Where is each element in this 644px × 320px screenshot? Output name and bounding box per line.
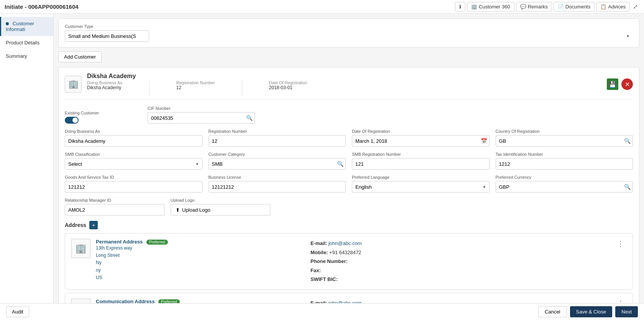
country-search-icon[interactable]: 🔍 [624,138,631,144]
cif-number-input[interactable] [148,112,255,124]
existing-customer-label: Existing Customer [65,111,141,115]
communication-email-line: E-mail: john@abc.com [310,299,610,303]
advices-icon: 📋 [600,4,606,10]
doing-business-as-input[interactable] [65,135,202,147]
permanent-mobile-line: Mobile: +91 64328472 [310,248,610,257]
tax-identification-input[interactable] [496,158,633,170]
customer-category-label: Customer Category [209,152,346,157]
address-title: Address [65,222,86,228]
permanent-address-preferred-badge: Preferred [146,240,168,245]
preferred-language-select-wrapper: English French Spanish ▼ [352,181,490,193]
date-input-wrapper: 📅 [352,135,490,147]
country-of-registration-input[interactable] [496,135,633,147]
info-button[interactable]: ℹ [455,2,465,11]
add-address-button[interactable]: + [89,221,98,229]
customer-type-section: Customer Type Small and Medium Business(… [58,18,639,47]
customer-category-input[interactable] [209,158,346,170]
smb-classification-group: SMB Classification Select Micro Small Me… [65,152,202,170]
registration-number-meta: Registration Number 12 [176,80,215,96]
communication-address-left: Communication Address Preferred 13th Exp… [96,299,295,303]
preferred-currency-group: Preferred Currency 🔍 [496,175,633,193]
add-customer-button[interactable]: Add Customer [58,51,102,62]
content-area: Customer Type Small and Medium Business(… [54,14,644,303]
goods-service-tax-label: Goods And Service Tax ID [65,175,202,180]
address-section: Address + 🏢 Permanent Address Preferred … [65,221,633,303]
address-header: Address + [65,221,633,229]
permanent-address-menu[interactable]: ⋮ [615,239,626,249]
country-of-registration-label: Country Of Registration [496,129,633,134]
customer-info-left: 🏢 Diksha Academy Doing Business As Diksh… [65,73,307,96]
audit-button[interactable]: Audit [6,306,29,317]
communication-address-card: 🏢 Communication Address Preferred 13th E… [65,293,633,303]
customer-type-select[interactable]: Small and Medium Business(S [65,30,149,42]
info-icon: ℹ [459,4,461,10]
smb-classification-select-wrapper: Select Micro Small Medium ▼ [65,158,202,170]
customer-type-label: Customer Type [65,24,633,29]
existing-customer-toggle[interactable] [65,117,79,124]
registration-number-group: Registration Number [209,129,346,147]
smb-classification-label: SMB Classification [65,152,202,157]
tax-identification-group: Tax Identification Number [496,152,633,170]
expand-button[interactable]: ⤢ [631,2,639,12]
smb-classification-select[interactable]: Select Micro Small Medium [65,158,202,170]
upload-logo-group: Upload Logo ⬆ Upload Logo [171,198,270,216]
upload-icon: ⬆ [176,207,180,213]
page-title: Initiate - 006APP000061604 [5,3,79,10]
doing-business-as-group: Doing Business As [65,129,202,147]
cancel-button[interactable]: Cancel [538,306,567,317]
advices-button[interactable]: 📋 Advices [596,2,630,11]
preferred-currency-input-wrapper: 🔍 [496,181,633,193]
form-row-1: Existing Customer CIF Number 🔍 [65,106,633,124]
preferred-currency-input[interactable] [496,181,633,193]
relationship-manager-input[interactable] [65,204,164,216]
permanent-address-left: Permanent Address Preferred 13th Express… [96,239,295,284]
top-header: Initiate - 006APP000061604 ℹ 🏢 Customer … [0,0,644,14]
main-layout: Customer Informati Product Details Summa… [0,14,644,303]
sidebar: Customer Informati Product Details Summa… [0,14,54,303]
customer-meta-row: Doing Business As Diksha Academy Registr… [87,80,307,96]
customer-category-search-icon[interactable]: 🔍 [337,161,343,167]
business-license-input[interactable] [209,181,346,193]
permanent-email: john@abc.com [329,240,362,246]
permanent-swift-line: SWIFT BIC: [310,275,610,284]
communication-address-preferred-badge: Preferred [158,299,180,303]
meta-divider [149,80,150,96]
remarks-button[interactable]: 💬 Remarks [516,2,552,11]
remarks-icon: 💬 [520,4,526,10]
upload-logo-button[interactable]: ⬆ Upload Logo [171,204,270,216]
smb-registration-number-input[interactable] [352,158,490,170]
existing-customer-group: Existing Customer [65,111,141,124]
registration-number-input[interactable] [209,135,346,147]
customer360-button[interactable]: 🏢 Customer 360 [467,2,514,11]
next-button[interactable]: Next [615,306,638,317]
cif-search-icon[interactable]: 🔍 [246,115,253,121]
customer-category-input-wrapper: 🔍 [209,158,346,170]
permanent-fax-line: Fax: [310,266,610,275]
calendar-icon[interactable]: 📅 [481,138,487,144]
documents-button[interactable]: 📄 Documents [554,2,595,11]
country-of-registration-group: Country Of Registration 🔍 [496,129,633,147]
sidebar-item-customer-information[interactable]: Customer Informati [0,17,53,36]
smb-registration-number-group: SMB Registration Number [352,152,490,170]
card-save-button[interactable]: 💾 [607,78,618,90]
permanent-mobile: +91 64328472 [329,250,361,255]
cif-number-label: CIF Number [148,106,255,111]
sidebar-item-product-details[interactable]: Product Details [0,36,53,49]
sidebar-item-summary[interactable]: Summary [0,49,53,63]
permanent-address-body: Permanent Address Preferred 13th Express… [96,239,610,284]
goods-service-tax-input[interactable] [65,181,202,193]
communication-email: john@abc.com [329,300,362,303]
preferred-currency-search-icon[interactable]: 🔍 [624,184,631,190]
permanent-email-line: E-mail: john@abc.com [310,239,610,248]
customer-type-select-wrapper: Small and Medium Business(S ▼ [65,30,633,42]
save-close-button[interactable]: Save & Close [570,306,613,317]
header-actions: ℹ 🏢 Customer 360 💬 Remarks 📄 Documents 📋… [455,2,639,12]
permanent-address-card: 🏢 Permanent Address Preferred 13th Expre… [65,233,633,290]
communication-address-menu[interactable]: ⋮ [615,299,626,303]
tax-identification-label: Tax Identification Number [496,152,633,157]
card-close-button[interactable]: ✕ [621,78,633,90]
upload-logo-label: Upload Logo [171,198,270,202]
date-of-registration-input[interactable] [352,135,490,147]
communication-address-type-row: Communication Address Preferred [96,299,295,303]
preferred-language-select[interactable]: English French Spanish [352,181,490,193]
